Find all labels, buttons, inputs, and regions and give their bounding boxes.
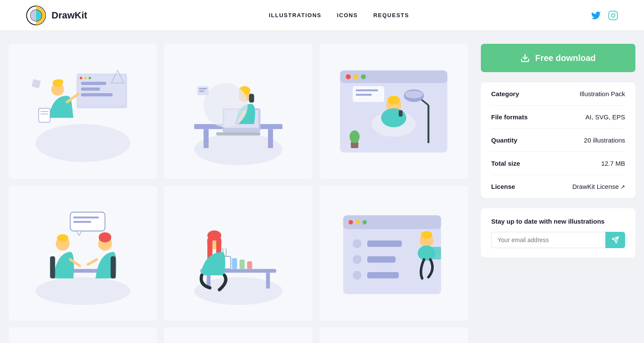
svg-point-88 <box>352 255 361 264</box>
svg-point-15 <box>58 79 64 84</box>
main-content: Free download Category Illustration Pack… <box>0 31 644 343</box>
twitter-icon[interactable] <box>591 10 601 21</box>
svg-point-84 <box>349 220 353 225</box>
svg-rect-91 <box>367 256 395 263</box>
svg-rect-59 <box>73 221 91 223</box>
svg-rect-35 <box>199 88 207 89</box>
svg-point-85 <box>355 220 360 225</box>
nav-illustrations[interactable]: ILLUSTRATIONS <box>269 12 322 18</box>
main-nav: ILLUSTRATIONS ICONS REQUESTS <box>269 12 409 18</box>
svg-point-86 <box>362 220 367 225</box>
svg-point-40 <box>353 74 358 79</box>
svg-rect-10 <box>81 82 106 85</box>
quantity-row: Quantity 20 illustrations <box>491 129 625 152</box>
illustration-9[interactable] <box>319 328 468 343</box>
svg-rect-96 <box>431 247 441 259</box>
svg-rect-75 <box>240 260 245 269</box>
quantity-value: 20 illustrations <box>584 137 625 144</box>
illustration-6[interactable] <box>319 186 468 321</box>
right-panel: Free download Category Illustration Pack… <box>481 44 635 343</box>
svg-rect-58 <box>73 217 99 219</box>
svg-rect-11 <box>81 87 100 90</box>
nav-requests[interactable]: REQUESTS <box>373 12 409 18</box>
svg-rect-12 <box>81 93 113 96</box>
license-row: License DrawKit License <box>491 175 625 198</box>
svg-rect-43 <box>356 89 378 91</box>
svg-point-9 <box>88 76 91 79</box>
svg-point-89 <box>352 271 361 280</box>
svg-rect-73 <box>266 273 270 288</box>
illustration-1[interactable] <box>9 44 157 179</box>
instagram-icon[interactable] <box>608 10 618 21</box>
svg-rect-36 <box>199 91 204 92</box>
illustration-3[interactable] <box>319 44 468 179</box>
svg-rect-68 <box>50 256 55 278</box>
free-download-button[interactable]: Free download <box>481 44 635 72</box>
svg-point-87 <box>352 239 361 248</box>
illustrations-grid <box>9 44 468 343</box>
svg-point-33 <box>204 83 248 127</box>
illustration-8[interactable] <box>164 328 313 343</box>
svg-rect-2 <box>609 11 617 20</box>
subscribe-section: Stay up to date with new illustrations <box>481 208 635 258</box>
illustration-4[interactable] <box>9 186 157 321</box>
svg-point-63 <box>57 234 68 242</box>
logo-icon <box>26 5 46 26</box>
svg-point-41 <box>361 74 366 79</box>
svg-point-7 <box>80 76 82 79</box>
email-submit-button[interactable] <box>605 232 625 248</box>
email-input[interactable] <box>491 232 605 248</box>
nav-icons[interactable]: ICONS <box>337 12 358 18</box>
logo-text: DrawKit <box>52 10 87 21</box>
svg-rect-25 <box>268 129 273 148</box>
svg-point-48 <box>405 91 422 98</box>
illustration-5[interactable] <box>164 186 313 321</box>
category-label: Category <box>491 90 519 97</box>
logo-area: DrawKit <box>26 5 87 26</box>
formats-value: AI, SVG, EPS <box>585 113 625 121</box>
svg-rect-32 <box>249 94 254 103</box>
size-row: Total size 12.7 MB <box>491 152 625 175</box>
svg-point-8 <box>84 76 87 79</box>
svg-point-66 <box>99 232 111 243</box>
svg-rect-20 <box>31 79 41 88</box>
svg-marker-60 <box>76 231 82 235</box>
category-value: Illustration Pack <box>580 90 625 97</box>
size-label: Total size <box>491 160 520 167</box>
info-card: Category Illustration Pack File formats … <box>481 82 635 198</box>
size-value: 12.7 MB <box>601 160 625 167</box>
illustrations-area <box>9 44 481 343</box>
svg-point-54 <box>381 108 407 127</box>
svg-rect-76 <box>247 261 252 269</box>
quantity-label: Quantity <box>491 137 517 144</box>
svg-point-56 <box>36 277 131 305</box>
header: DrawKit ILLUSTRATIONS ICONS REQUESTS <box>0 0 644 31</box>
illustration-2[interactable] <box>164 44 313 179</box>
svg-rect-69 <box>111 256 116 278</box>
formats-label: File formats <box>491 113 528 121</box>
svg-rect-90 <box>367 240 402 247</box>
download-icon <box>520 53 530 63</box>
svg-point-53 <box>387 96 400 105</box>
svg-rect-24 <box>204 129 209 148</box>
svg-line-67 <box>88 260 97 265</box>
license-label: License <box>491 183 515 190</box>
svg-point-4 <box>36 124 131 162</box>
svg-point-94 <box>421 231 432 239</box>
subscribe-title: Stay up to date with new illustrations <box>491 218 625 225</box>
svg-rect-92 <box>367 272 399 279</box>
license-link[interactable]: DrawKit License <box>572 183 625 190</box>
svg-rect-44 <box>356 94 372 95</box>
formats-row: File formats AI, SVG, EPS <box>491 106 625 129</box>
svg-point-50 <box>349 130 360 143</box>
illustration-7[interactable] <box>9 328 157 343</box>
send-icon <box>611 236 619 244</box>
svg-rect-55 <box>399 110 403 116</box>
category-row: Category Illustration Pack <box>491 82 625 106</box>
svg-rect-28 <box>216 132 261 135</box>
svg-rect-17 <box>39 108 50 122</box>
social-links <box>591 10 618 21</box>
svg-rect-74 <box>232 258 237 269</box>
email-row <box>491 232 625 248</box>
svg-point-39 <box>346 74 351 79</box>
